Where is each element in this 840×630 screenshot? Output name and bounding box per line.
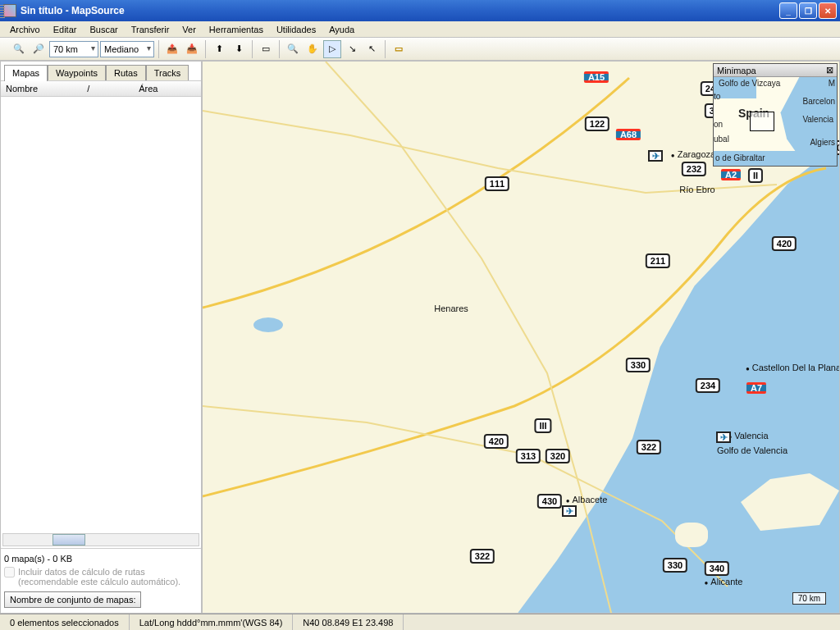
mapset-name-button[interactable]: Nombre de conjunto de mapas: (4, 591, 141, 608)
road-shield: 232 (682, 162, 706, 176)
road-shield: 234 (696, 378, 720, 393)
airport-icon (562, 505, 577, 517)
pan-tool-button[interactable]: ✋ (304, 40, 322, 58)
road-shield: 330 (626, 358, 651, 372)
map-canvas[interactable]: A15 A68 A2 A2 A7 A7 240 330 122 230 1411… (202, 61, 840, 614)
road-shield: 322 (470, 549, 495, 564)
tab-rutas[interactable]: Rutas (106, 65, 146, 81)
road-shield: 330 (663, 558, 687, 573)
sidebar-tabs: Mapas Waypoints Rutas Tracks (1, 62, 201, 81)
separator (279, 40, 280, 58)
menu-editar[interactable]: Editar (47, 23, 84, 36)
city-label: Albacete (566, 495, 608, 504)
road-shield: 122 (585, 116, 609, 131)
road-shield: 313 (516, 449, 541, 463)
city-label: Henares (434, 304, 468, 313)
tab-mapas[interactable]: Mapas (4, 65, 48, 81)
pointer-tool-button[interactable]: ↖ (363, 40, 381, 58)
road-shield: 340 (705, 561, 729, 576)
road-shield: 320 (546, 449, 570, 463)
map-list[interactable] (1, 97, 201, 532)
zoom-out-button[interactable]: 🔍 (10, 40, 28, 58)
waypoint-tool-button[interactable]: ▷ (323, 40, 341, 58)
city-label: Alicante (705, 577, 743, 587)
col-sort-icon: / (87, 84, 89, 94)
maximize-button[interactable]: ❐ (799, 2, 817, 19)
window-title: Sin título - MapSource (21, 5, 779, 16)
zoom-in-button[interactable]: 🔎 (30, 40, 48, 58)
zoom-select[interactable]: 70 km (49, 41, 98, 57)
separator (158, 40, 159, 58)
tab-tracks[interactable]: Tracks (146, 65, 189, 81)
city-label: Zaragoza (671, 149, 715, 159)
road-shield: 420 (484, 434, 509, 449)
city-label: Castellon Del la Plana (746, 363, 840, 372)
scale-bar: 70 km (792, 592, 826, 605)
window-buttons: _ ❐ ✕ (779, 2, 837, 19)
close-button[interactable]: ✕ (819, 2, 837, 19)
route-tool-button[interactable]: ↘ (343, 40, 361, 58)
routing-checkbox[interactable] (4, 567, 15, 578)
status-selection: 0 elementos seleccionados (0, 614, 130, 630)
airport-icon (716, 431, 731, 443)
road-shield: II (748, 168, 763, 183)
label-golfo-valencia: Golfo de Valencia (717, 445, 788, 455)
col-area[interactable]: Área (139, 84, 158, 94)
menubar: Archivo Editar Buscar Transferir Ver Her… (0, 21, 840, 38)
minimize-button[interactable]: _ (779, 2, 797, 19)
sidebar: Mapas Waypoints Rutas Tracks Nombre / Ár… (0, 61, 202, 614)
routing-label: Incluir datos de cálculo de rutas (recom… (18, 567, 198, 587)
tab-waypoints[interactable]: Waypoints (48, 65, 106, 81)
statusbar: 0 elementos seleccionados Lat/Long hddd°… (0, 614, 840, 630)
hwy-shield-a15: A15 (584, 71, 609, 83)
separator (385, 40, 386, 58)
col-nombre[interactable]: Nombre (6, 84, 38, 94)
map-count-label: 0 mapa(s) - 0 KB (4, 554, 198, 564)
road-shield: III (534, 418, 551, 433)
send-to-device-button[interactable]: 📤 (163, 40, 181, 58)
transfer-up-button[interactable]: ⬆ (210, 40, 228, 58)
status-position: N40 08.849 E1 23.498 (293, 614, 404, 630)
zoom-tool-button[interactable]: 🔍 (284, 40, 302, 58)
hwy-shield-a7: A7 (746, 382, 766, 394)
separator (205, 40, 206, 58)
hwy-shield-a2: A2 (721, 169, 741, 180)
minimap[interactable]: Minimapa ⊠ Golfo de Vizcaya M to Barcelo… (713, 63, 838, 167)
app-icon (3, 4, 16, 17)
toolbar: 🔍 🔎 70 km Mediano 📤 📥 ⬆ ⬇ ▭ 🔍 ✋ ▷ ↘ ↖ ▭ (0, 38, 840, 61)
hwy-shield-a68: A68 (616, 129, 641, 140)
menu-archivo[interactable]: Archivo (3, 23, 47, 36)
receive-from-device-button[interactable]: 📥 (183, 40, 201, 58)
city-label: Valencia (728, 431, 768, 441)
road-shield: 420 (772, 236, 797, 251)
titlebar: Sin título - MapSource _ ❐ ✕ (0, 0, 840, 21)
road-shield: 430 (537, 494, 562, 509)
detail-select[interactable]: Mediano (100, 41, 154, 57)
menu-buscar[interactable]: Buscar (83, 23, 124, 36)
measure-tool-button[interactable]: ▭ (390, 40, 408, 58)
minimap-viewport[interactable] (750, 112, 774, 131)
menu-transferir[interactable]: Transferir (125, 23, 176, 36)
horizontal-scrollbar[interactable] (2, 533, 199, 546)
separator (252, 40, 253, 58)
select-area-button[interactable]: ▭ (257, 40, 275, 58)
menu-ayuda[interactable]: Ayuda (322, 23, 361, 36)
road-shield: 111 (485, 176, 509, 191)
menu-herramientas[interactable]: Herramientas (203, 23, 270, 36)
status-coord-format: Lat/Long hddd°mm.mmm'(WGS 84) (130, 614, 294, 630)
menu-utilidades[interactable]: Utilidades (270, 23, 322, 36)
transfer-down-button[interactable]: ⬇ (230, 40, 248, 58)
label-rio-ebro: Río Ebro (679, 185, 714, 194)
road-shield: 322 (637, 440, 661, 454)
toolbar-grip-icon (0, 5, 5, 20)
road-shield: 211 (646, 253, 670, 268)
list-header: Nombre / Área (1, 80, 201, 97)
airport-icon (648, 150, 663, 162)
minimap-close-icon[interactable]: ⊠ (826, 65, 833, 75)
menu-ver[interactable]: Ver (176, 23, 203, 36)
minimap-title: Minimapa (717, 66, 756, 75)
